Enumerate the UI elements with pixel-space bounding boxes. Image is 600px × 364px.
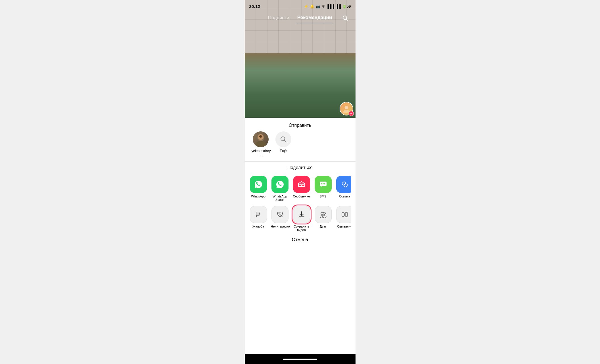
svg-point-23	[320, 216, 324, 218]
contact-name: yelenasafary an	[252, 149, 270, 157]
contacts-row: yelenasafary an Ещё	[249, 131, 351, 157]
whatsapp-status-icon	[271, 176, 288, 193]
report-label: Жалоба	[252, 225, 264, 228]
share-link[interactable]: Ссылка	[336, 176, 351, 201]
svg-point-7	[259, 135, 262, 138]
phone-container: 20:12 ⚡ 🔔 📷 ✻ ▐▐▐ ▐▐ 🔋59 Подписки Рекоме…	[245, 0, 356, 364]
whatsapp-icon	[250, 176, 267, 193]
save-video-label: Сохранить видео	[292, 225, 311, 232]
whatsapp-status-label: WhatsApp Status	[271, 195, 289, 201]
link-icon	[336, 176, 351, 193]
status-icons: ⚡ 🔔 📷 ✻ ▐▐▐ ▐▐ 🔋59	[304, 4, 351, 9]
send-title: Отправить	[245, 121, 356, 131]
svg-line-9	[284, 140, 286, 142]
contact-item-more[interactable]: Ещё	[275, 131, 291, 157]
home-bar	[283, 359, 317, 360]
more-label: Ещё	[280, 149, 287, 153]
share-sewing[interactable]: Сшивание	[336, 206, 351, 232]
status-time: 20:12	[249, 4, 260, 9]
video-area: Подписки Рекомендации +	[245, 0, 356, 118]
send-section: yelenasafary an Ещё	[245, 131, 356, 160]
svg-rect-25	[342, 212, 344, 216]
contact-more-avatar	[275, 131, 291, 147]
divider	[245, 161, 356, 162]
share-title: Поделиться	[245, 163, 356, 174]
share-not-interested[interactable]: Неинтересно	[271, 206, 289, 232]
svg-point-24	[322, 216, 326, 218]
svg-point-22	[323, 212, 325, 214]
sewing-icon	[336, 206, 351, 223]
svg-marker-18	[321, 186, 322, 187]
status-bar: 20:12 ⚡ 🔔 📷 ✻ ▐▐▐ ▐▐ 🔋59	[245, 0, 356, 12]
contact-avatar	[253, 131, 269, 147]
svg-point-15	[321, 183, 322, 184]
duet-icon	[315, 206, 332, 223]
search-button[interactable]	[340, 12, 351, 24]
sewing-label: Сшивание	[337, 225, 351, 228]
flag-icon	[250, 206, 267, 223]
share-whatsapp[interactable]: WhatsApp	[249, 176, 267, 201]
svg-point-21	[321, 212, 323, 214]
svg-rect-26	[345, 212, 348, 216]
share-duet[interactable]: Дуэт	[314, 206, 332, 232]
follow-button[interactable]: +	[349, 111, 354, 116]
clock-icon: 🔔	[310, 4, 314, 9]
not-interested-label: Неинтересно	[271, 225, 289, 228]
bottom-sheet: Отправить yelenasafary	[245, 118, 356, 354]
share-whatsapp-status[interactable]: WhatsApp Status	[271, 176, 289, 201]
home-indicator	[245, 354, 356, 364]
svg-line-1	[346, 19, 348, 21]
svg-point-3	[343, 110, 350, 113]
svg-point-17	[324, 183, 325, 184]
message-label: Сообщение	[293, 195, 310, 198]
signal-icon: ▐▐▐	[326, 4, 334, 9]
share-section: WhatsApp WhatsApp Status	[245, 174, 356, 234]
bluetooth-icon: ✻	[322, 4, 325, 9]
share-sms[interactable]: SMS	[314, 176, 332, 201]
sms-label: SMS	[320, 195, 327, 198]
share-row-1: WhatsApp WhatsApp Status	[249, 174, 351, 204]
tab-recommendations[interactable]: Рекомендации	[296, 12, 333, 23]
svg-point-2	[345, 106, 348, 109]
duet-label: Дуэт	[320, 225, 326, 228]
whatsapp-label: WhatsApp	[251, 195, 265, 198]
wifi-icon: ▐▐	[336, 4, 341, 9]
share-row-2: Жалоба Неинтересно	[249, 204, 351, 234]
contact-item-yelenasafary[interactable]: yelenasafary an	[252, 131, 270, 157]
share-report[interactable]: Жалоба	[249, 206, 267, 232]
sms-icon	[315, 176, 332, 193]
message-icon	[293, 176, 310, 193]
battery-icon: 🔋59	[342, 4, 351, 9]
tab-subscriptions[interactable]: Подписки	[267, 13, 290, 23]
nav-tabs: Подписки Рекомендации	[245, 12, 356, 23]
share-save-video[interactable]: Сохранить видео	[292, 206, 311, 232]
contact-search-icon	[275, 131, 291, 147]
contact-avatar-image	[253, 131, 269, 147]
record-icon: 📷	[316, 4, 320, 9]
download-icon	[293, 206, 310, 223]
share-message[interactable]: Сообщение	[292, 176, 311, 201]
cancel-button[interactable]: Отмена	[245, 234, 356, 245]
link-label: Ссылка	[339, 195, 350, 198]
svg-point-5	[255, 141, 266, 147]
svg-point-16	[323, 183, 324, 184]
heart-off-icon	[271, 206, 288, 223]
alarm-icon: ⚡	[304, 4, 308, 9]
